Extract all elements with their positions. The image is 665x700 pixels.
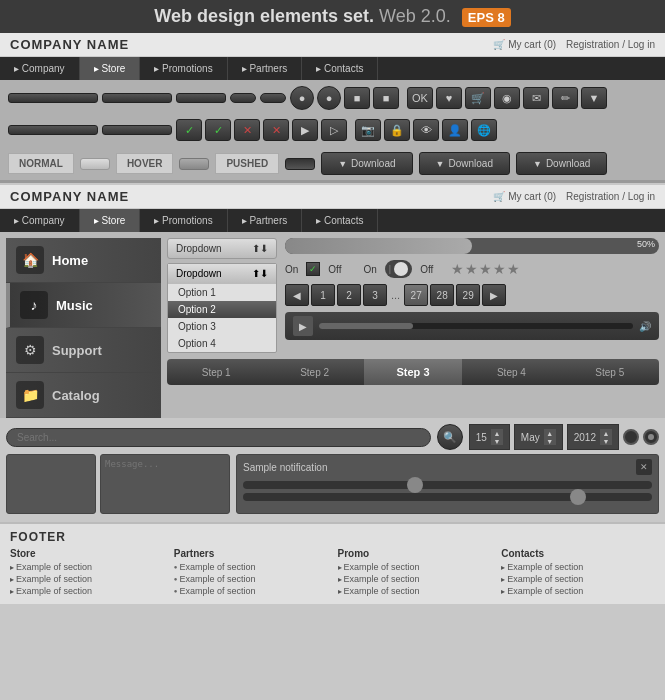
pencil-btn[interactable]: ✏ <box>552 87 578 109</box>
cart-link-1[interactable]: 🛒 My cart (0) <box>493 39 556 50</box>
message-textarea[interactable] <box>100 454 230 514</box>
nav-contacts-1[interactable]: Contacts <box>302 57 378 80</box>
globe-btn[interactable]: 🌐 <box>471 119 497 141</box>
btn-dark-sm-1[interactable] <box>176 93 226 103</box>
cart-link-2[interactable]: 🛒 My cart (0) <box>493 191 556 202</box>
nav-store-1[interactable]: Store <box>80 57 141 80</box>
sidebar-item-home[interactable]: 🏠 Home <box>6 238 161 283</box>
volume-icon[interactable]: 🔊 <box>639 321 651 332</box>
nav-promotions-2[interactable]: Promotions <box>140 209 227 232</box>
dropdown-option-1[interactable]: Option 1 <box>168 284 276 301</box>
btn-dark-med-1[interactable] <box>102 93 172 103</box>
search-button[interactable]: 🔍 <box>437 424 463 450</box>
step-1[interactable]: Step 1 <box>167 360 265 385</box>
icon-sq-1[interactable]: ■ <box>344 87 370 109</box>
toggle-1[interactable]: | <box>385 260 412 278</box>
radio-2[interactable] <box>643 429 659 445</box>
nav-company-2[interactable]: Company <box>0 209 80 232</box>
day-up[interactable]: ▲ <box>491 429 503 437</box>
step-2[interactable]: Step 2 <box>265 360 363 385</box>
arrow-left-btn[interactable]: ▷ <box>321 119 347 141</box>
footer-store-link-3[interactable]: Example of section <box>10 586 164 596</box>
footer-promo-link-1[interactable]: Example of section <box>338 562 492 572</box>
check-btn-2[interactable]: ✓ <box>205 119 231 141</box>
dropdown-select-1[interactable]: Dropdown ⬆⬇ <box>167 238 277 259</box>
btn-round-1[interactable] <box>230 93 256 103</box>
sidebar-item-music[interactable]: ♪ Music <box>6 283 161 328</box>
user-btn[interactable]: 👤 <box>442 119 468 141</box>
footer-contacts-link-2[interactable]: Example of section <box>501 574 655 584</box>
page-27[interactable]: 27 <box>404 284 428 306</box>
cross-btn-2[interactable]: ✕ <box>263 119 289 141</box>
slider-thumb-2[interactable] <box>570 489 586 505</box>
sidebar-item-catalog[interactable]: 📁 Catalog <box>6 373 161 418</box>
next-page[interactable]: ▶ <box>482 284 506 306</box>
slider-track-2[interactable] <box>243 493 652 501</box>
year-down[interactable]: ▼ <box>600 437 612 445</box>
dropdown-option-2[interactable]: Option 2 <box>168 301 276 318</box>
btn-dark-wide-2[interactable] <box>8 125 98 135</box>
btn-download-3[interactable]: ▼ Download <box>516 152 607 175</box>
btn-normal[interactable] <box>80 158 110 170</box>
btn-dark-med-2[interactable] <box>102 125 172 135</box>
step-5[interactable]: Step 5 <box>561 360 659 385</box>
btn-hover[interactable] <box>179 158 209 170</box>
btn-download-1[interactable]: ▼ Download <box>321 152 412 175</box>
icon-circle-2[interactable]: ● <box>317 86 341 110</box>
cart-btn[interactable]: 🛒 <box>465 87 491 109</box>
month-down[interactable]: ▼ <box>544 437 556 445</box>
day-down[interactable]: ▼ <box>491 437 503 445</box>
eye-btn[interactable]: 👁 <box>413 119 439 141</box>
step-3[interactable]: Step 3 <box>364 359 462 385</box>
dropdown-header[interactable]: Dropdown ⬆⬇ <box>168 264 276 284</box>
heart-btn[interactable]: ♥ <box>436 87 462 109</box>
page-2[interactable]: 2 <box>337 284 361 306</box>
page-3[interactable]: 3 <box>363 284 387 306</box>
lock-btn[interactable]: 🔒 <box>384 119 410 141</box>
nav-partners-1[interactable]: Partners <box>228 57 303 80</box>
dropdown-option-3[interactable]: Option 3 <box>168 318 276 335</box>
footer-contacts-link-1[interactable]: Example of section <box>501 562 655 572</box>
check-btn-1[interactable]: ✓ <box>176 119 202 141</box>
arrow-right-btn[interactable]: ▶ <box>292 119 318 141</box>
camera-btn[interactable]: 📷 <box>355 119 381 141</box>
btn-round-2[interactable] <box>260 93 286 103</box>
btn-dark-wide-1[interactable] <box>8 93 98 103</box>
login-link-1[interactable]: Registration / Log in <box>566 39 655 50</box>
footer-promo-link-3[interactable]: Example of section <box>338 586 492 596</box>
step-4[interactable]: Step 4 <box>462 360 560 385</box>
login-link-2[interactable]: Registration / Log in <box>566 191 655 202</box>
chevron-btn[interactable]: ▼ <box>581 87 607 109</box>
notif-close-btn[interactable]: ✕ <box>636 459 652 475</box>
checkbox-1[interactable]: ✓ <box>306 262 320 276</box>
footer-store-link-2[interactable]: Example of section <box>10 574 164 584</box>
slider-thumb-1[interactable] <box>407 477 423 493</box>
nav-company-1[interactable]: Company <box>0 57 80 80</box>
footer-partners-link-3[interactable]: Example of section <box>174 586 328 596</box>
btn-pushed[interactable] <box>285 158 315 170</box>
footer-partners-link-1[interactable]: Example of section <box>174 562 328 572</box>
btn-download-2[interactable]: ▼ Download <box>419 152 510 175</box>
year-up[interactable]: ▲ <box>600 429 612 437</box>
nav-partners-2[interactable]: Partners <box>228 209 303 232</box>
footer-partners-link-2[interactable]: Example of section <box>174 574 328 584</box>
page-29[interactable]: 29 <box>456 284 480 306</box>
footer-contacts-link-3[interactable]: Example of section <box>501 586 655 596</box>
icon-circle-1[interactable]: ● <box>290 86 314 110</box>
sidebar-item-support[interactable]: ⚙ Support <box>6 328 161 373</box>
nav-contacts-2[interactable]: Contacts <box>302 209 378 232</box>
play-button[interactable]: ▶ <box>293 316 313 336</box>
star-rating[interactable]: ★ ★ ★ ★ ★ <box>451 261 520 277</box>
nav-store-2[interactable]: Store <box>80 209 141 232</box>
cross-btn-1[interactable]: ✕ <box>234 119 260 141</box>
page-1[interactable]: 1 <box>311 284 335 306</box>
search-input[interactable] <box>17 432 420 443</box>
radio-1[interactable] <box>623 429 639 445</box>
page-28[interactable]: 28 <box>430 284 454 306</box>
ok-btn[interactable]: OK <box>407 87 433 109</box>
mail-btn[interactable]: ✉ <box>523 87 549 109</box>
footer-promo-link-2[interactable]: Example of section <box>338 574 492 584</box>
prev-page[interactable]: ◀ <box>285 284 309 306</box>
slider-track-1[interactable] <box>243 481 652 489</box>
dropdown-option-4[interactable]: Option 4 <box>168 335 276 352</box>
